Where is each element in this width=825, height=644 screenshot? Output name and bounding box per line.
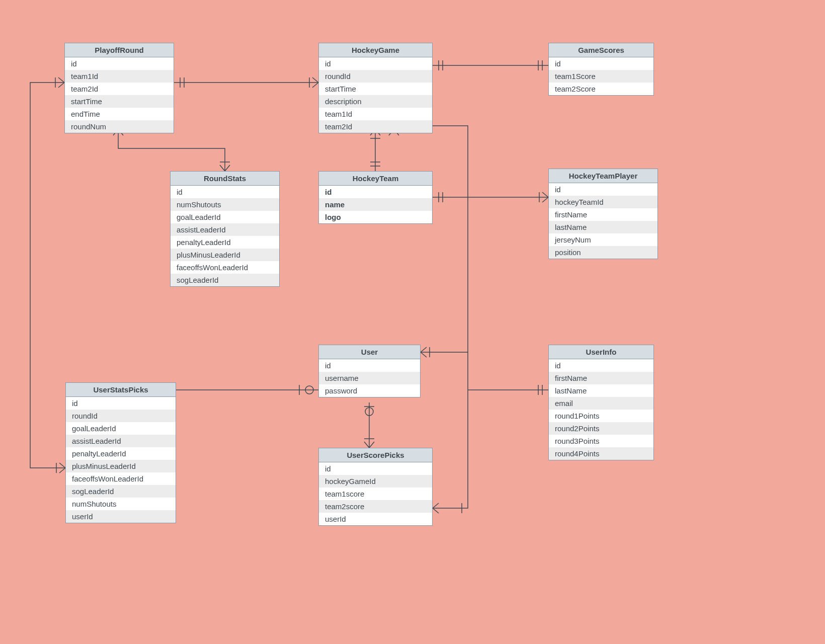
- entity-field: round4Points: [549, 447, 653, 460]
- entity-field: team1score: [319, 488, 432, 500]
- entity-header: UserScorePicks: [319, 448, 432, 462]
- entity-field: round2Points: [549, 422, 653, 435]
- entity-header: UserStatsPicks: [66, 383, 176, 397]
- svg-point-0: [305, 386, 313, 394]
- entity-field: team1Id: [65, 70, 174, 83]
- entity-field: assistLeaderId: [171, 223, 279, 236]
- entity-hockeyteamplayer: HockeyTeamPlayer idhockeyTeamIdfirstName…: [548, 169, 658, 259]
- entity-field: roundId: [319, 70, 432, 83]
- entity-header: HockeyTeamPlayer: [549, 169, 657, 183]
- entity-field: plusMinusLeaderId: [66, 460, 176, 472]
- entity-field: assistLeaderId: [66, 435, 176, 447]
- entity-field: goalLeaderId: [171, 211, 279, 223]
- entity-field: logo: [319, 211, 432, 223]
- entity-field: name: [319, 198, 432, 211]
- entity-field: id: [66, 397, 176, 410]
- entity-field: startTime: [319, 83, 432, 95]
- entity-header: User: [319, 345, 420, 359]
- entity-field: userId: [66, 510, 176, 523]
- entity-userscorepicks: UserScorePicks idhockeyGameIdteam1scoret…: [318, 448, 433, 526]
- entity-field: roundNum: [65, 120, 174, 133]
- entity-field: id: [171, 186, 279, 198]
- entity-field: id: [65, 57, 174, 70]
- entity-field: id: [319, 186, 432, 198]
- entity-header: RoundStats: [171, 172, 279, 186]
- entity-field: hockeyGameId: [319, 475, 432, 488]
- entity-hockeyteam: HockeyTeam idnamelogo: [318, 171, 433, 224]
- entity-field: sogLeaderId: [66, 485, 176, 498]
- entity-field: position: [549, 246, 657, 259]
- entity-field: goalLeaderId: [66, 422, 176, 435]
- entity-field: team2Id: [65, 83, 174, 95]
- entity-field: jerseyNum: [549, 233, 657, 246]
- entity-header: PlayoffRound: [65, 43, 174, 57]
- entity-field: round1Points: [549, 410, 653, 422]
- entity-field: team2Id: [319, 120, 432, 133]
- entity-field: email: [549, 397, 653, 410]
- entity-field: username: [319, 372, 420, 384]
- entity-field: team2Score: [549, 83, 653, 95]
- entity-userinfo: UserInfo idfirstNamelastNameemailround1P…: [548, 345, 654, 460]
- entity-field: endTime: [65, 108, 174, 120]
- entity-field: hockeyTeamId: [549, 196, 657, 208]
- entity-userstatspicks: UserStatsPicks idroundIdgoalLeaderIdassi…: [65, 382, 176, 523]
- entity-hockeygame: HockeyGame idroundIdstartTimedescription…: [318, 43, 433, 133]
- entity-field: lastName: [549, 384, 653, 397]
- entity-roundstats: RoundStats idnumShutoutsgoalLeaderIdassi…: [170, 171, 280, 287]
- er-diagram-canvas: PlayoffRound idteam1Idteam2IdstartTimeen…: [0, 0, 825, 644]
- entity-header: HockeyTeam: [319, 172, 432, 186]
- entity-field: numShutouts: [171, 198, 279, 211]
- entity-playoffround: PlayoffRound idteam1Idteam2IdstartTimeen…: [64, 43, 174, 133]
- entity-field: round3Points: [549, 435, 653, 447]
- entity-header: UserInfo: [549, 345, 653, 359]
- entity-field: id: [549, 57, 653, 70]
- entity-field: id: [319, 57, 432, 70]
- entity-field: penaltyLeaderId: [66, 447, 176, 460]
- entity-field: firstName: [549, 372, 653, 384]
- entity-header: GameScores: [549, 43, 653, 57]
- entity-field: password: [319, 384, 420, 397]
- entity-field: firstName: [549, 208, 657, 221]
- entity-field: id: [319, 462, 432, 475]
- entity-field: faceoffsWonLeaderId: [171, 261, 279, 274]
- entity-field: roundId: [66, 410, 176, 422]
- entity-field: faceoffsWonLeaderId: [66, 472, 176, 485]
- entity-field: startTime: [65, 95, 174, 108]
- entity-field: sogLeaderId: [171, 274, 279, 286]
- entity-field: id: [549, 183, 657, 196]
- entity-field: description: [319, 95, 432, 108]
- entity-field: lastName: [549, 221, 657, 233]
- entity-field: team2score: [319, 500, 432, 513]
- svg-point-1: [365, 408, 373, 416]
- entity-field: userId: [319, 513, 432, 525]
- entity-field: id: [549, 359, 653, 372]
- entity-gamescores: GameScores idteam1Scoreteam2Score: [548, 43, 654, 96]
- entity-user: User idusernamepassword: [318, 345, 421, 397]
- entity-field: penaltyLeaderId: [171, 236, 279, 249]
- entity-field: id: [319, 359, 420, 372]
- entity-field: team1Id: [319, 108, 432, 120]
- entity-field: team1Score: [549, 70, 653, 83]
- entity-header: HockeyGame: [319, 43, 432, 57]
- entity-field: plusMinusLeaderId: [171, 249, 279, 261]
- entity-field: numShutouts: [66, 498, 176, 510]
